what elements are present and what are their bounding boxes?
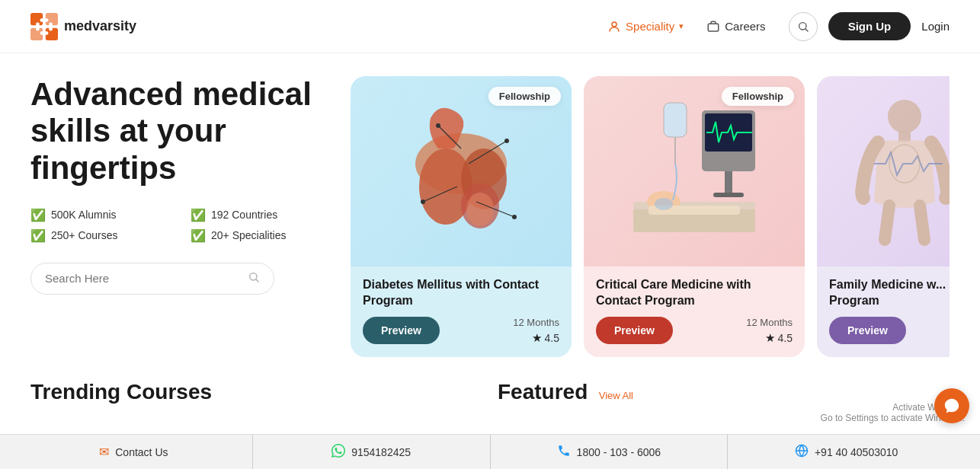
search-icon	[797, 21, 809, 33]
card-duration-2: 12 Months	[746, 317, 793, 328]
chevron-down-icon: ▾	[679, 21, 684, 31]
hero-title: Advanced medical skills at your fingerti…	[30, 76, 335, 187]
featured-section: Featured View All	[498, 380, 950, 404]
search-bar-icon	[248, 271, 260, 286]
diabetes-illustration	[385, 88, 537, 255]
svg-point-22	[504, 139, 509, 143]
star-icon-2: ★	[765, 331, 775, 345]
card-critical-care-image: Fellowship	[584, 76, 805, 266]
card-duration-1: 12 Months	[513, 317, 559, 328]
logo-area: medvarsity	[30, 13, 136, 40]
logo-icon	[30, 13, 58, 40]
svg-point-16	[466, 193, 494, 226]
svg-point-24	[512, 215, 517, 219]
check-icon-4: ✅	[191, 228, 206, 243]
search-input[interactable]	[45, 272, 240, 285]
card-family-medicine-body: Family Medicine w... Program Preview	[817, 266, 950, 356]
card-diabetes-footer: Preview 12 Months ★ 4.5	[363, 317, 559, 345]
preview-button-1[interactable]: Preview	[363, 317, 440, 344]
card-family-medicine-footer: Preview	[829, 317, 950, 344]
check-icon-2: ✅	[191, 208, 206, 222]
cards-area: Fellowship Diabetes Mellitus with Contac…	[351, 76, 950, 357]
stat-500k: ✅ 500K Alumnis	[30, 208, 175, 222]
svg-rect-9	[709, 24, 719, 31]
check-icon-3: ✅	[30, 228, 46, 243]
trending-title: Trending Courses	[30, 380, 212, 404]
main-content: Advanced medical skills at your fingerti…	[0, 53, 980, 372]
stat-20: ✅ 20+ Specialities	[191, 228, 335, 243]
card-family-medicine-title: Family Medicine w... Program	[829, 277, 950, 309]
card-critical-care: Fellowship Critical Care Medicine with C…	[584, 76, 805, 357]
stat-250: ✅ 250+ Courses	[30, 228, 175, 243]
card-diabetes-body: Diabetes Mellitus with Contact Program P…	[351, 266, 572, 357]
svg-point-36	[888, 100, 921, 133]
login-button[interactable]: Login	[921, 20, 950, 33]
card-critical-care-title: Critical Care Medicine with Contact Prog…	[596, 277, 793, 309]
svg-rect-7	[40, 31, 49, 35]
svg-point-23	[421, 199, 425, 204]
chat-icon	[943, 397, 960, 404]
fellowship-badge-1: Fellowship	[488, 87, 561, 106]
family-medicine-illustration	[836, 88, 950, 255]
card-diabetes-title: Diabetes Mellitus with Contact Program	[363, 277, 559, 309]
search-button[interactable]	[789, 12, 818, 41]
card-diabetes-meta: 12 Months ★ 4.5	[513, 317, 559, 345]
fellowship-badge-2: Fellowship	[722, 87, 794, 106]
svg-rect-27	[725, 171, 732, 194]
card-diabetes-image: Fellowship	[351, 76, 572, 266]
preview-button-2[interactable]: Preview	[596, 317, 673, 344]
card-family-medicine-image	[817, 76, 950, 266]
card-critical-care-footer: Preview 12 Months ★ 4.5	[596, 317, 793, 345]
svg-rect-6	[49, 22, 53, 30]
svg-rect-4	[40, 18, 49, 22]
signup-button[interactable]: Sign Up	[828, 12, 911, 40]
speciality-nav-link[interactable]: Speciality ▾	[607, 20, 684, 34]
card-rating-1: ★ 4.5	[532, 331, 559, 345]
brand-name: medvarsity	[64, 18, 136, 34]
card-diabetes: Fellowship Diabetes Mellitus with Contac…	[351, 76, 572, 357]
star-icon-1: ★	[532, 331, 542, 345]
featured-title: Featured	[498, 380, 588, 404]
svg-point-21	[436, 123, 440, 128]
hero-left: Advanced medical skills at your fingerti…	[30, 76, 335, 295]
bottom-section: Trending Courses Featured View All	[0, 372, 980, 404]
critical-care-illustration	[618, 88, 770, 255]
svg-rect-29	[664, 103, 687, 137]
svg-point-8	[612, 22, 617, 27]
navbar: medvarsity Speciality ▾ Careers Sign Up …	[0, 0, 980, 53]
careers-nav-link[interactable]: Careers	[706, 20, 765, 34]
search-bar	[30, 263, 274, 295]
card-critical-care-body: Critical Care Medicine with Contact Prog…	[584, 266, 805, 357]
stats-grid: ✅ 500K Alumnis ✅ 192 Countries ✅ 250+ Co…	[30, 208, 335, 243]
careers-icon	[706, 20, 720, 34]
card-critical-care-meta: 12 Months ★ 4.5	[746, 317, 793, 345]
svg-point-35	[655, 198, 673, 210]
card-family-medicine: Family Medicine w... Program Preview	[817, 76, 950, 357]
speciality-icon	[607, 20, 621, 34]
stat-192: ✅ 192 Countries	[191, 208, 335, 222]
card-rating-2: ★ 4.5	[765, 331, 793, 345]
svg-rect-5	[36, 22, 40, 30]
view-all-link[interactable]: View All	[599, 390, 633, 401]
nav-links: Speciality ▾ Careers	[607, 20, 766, 34]
trending-section: Trending Courses	[30, 380, 482, 404]
check-icon-1: ✅	[30, 208, 46, 222]
preview-button-3[interactable]: Preview	[829, 317, 906, 344]
svg-rect-28	[713, 193, 744, 197]
